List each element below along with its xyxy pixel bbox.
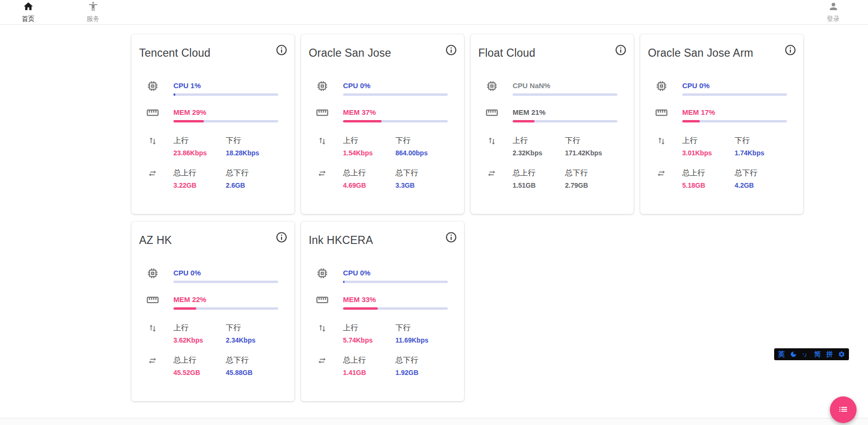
info-icon[interactable] bbox=[615, 44, 627, 56]
cpu-progress-bar bbox=[513, 93, 617, 96]
footer-divider bbox=[0, 418, 868, 425]
total-upload-label: 总上行 bbox=[343, 355, 395, 365]
total-download-label: 总下行 bbox=[226, 168, 278, 178]
upload-value: 5.74Kbps bbox=[343, 336, 395, 344]
server-name: Float Cloud bbox=[478, 47, 615, 60]
upload-label: 上行 bbox=[682, 136, 735, 146]
cpu-usage-label: CPU 0% bbox=[343, 269, 448, 277]
total-download-label: 总下行 bbox=[565, 168, 617, 178]
info-icon[interactable] bbox=[445, 44, 457, 56]
mem-progress-fill bbox=[682, 120, 700, 122]
mem-progress-bar bbox=[173, 307, 278, 310]
up-down-arrows-icon bbox=[301, 323, 343, 334]
cpu-icon bbox=[301, 267, 343, 280]
ime-simplified-toggle[interactable]: 简 bbox=[814, 348, 821, 360]
download-value: 171.42Kbps bbox=[565, 149, 617, 157]
download-value: 1.74Kbps bbox=[735, 149, 787, 157]
mem-progress-bar bbox=[343, 120, 448, 122]
total-upload-value: 3.22GB bbox=[173, 182, 226, 189]
nav-item-label: 服务 bbox=[87, 15, 100, 23]
cpu-progress-fill bbox=[173, 93, 175, 96]
server-card: Float Cloud CPU NaN% MEM 21 bbox=[471, 34, 634, 214]
total-upload-label: 总上行 bbox=[173, 168, 226, 178]
server-name: Oracle San Jose bbox=[309, 47, 445, 60]
total-download-label: 总下行 bbox=[395, 355, 448, 365]
mem-progress-fill bbox=[513, 120, 535, 122]
total-download-value: 45.88GB bbox=[226, 369, 278, 376]
mem-usage-label: MEM 33% bbox=[343, 295, 448, 304]
upload-value: 3.62Kbps bbox=[173, 336, 226, 344]
mem-usage-label: MEM 21% bbox=[513, 108, 617, 116]
download-value: 864.00bps bbox=[395, 149, 448, 157]
mem-progress-bar bbox=[173, 120, 278, 122]
server-name: AZ HK bbox=[139, 234, 275, 247]
total-upload-value: 1.51GB bbox=[513, 182, 565, 189]
total-upload-value: 45.52GB bbox=[173, 369, 226, 376]
nav-item-home[interactable]: 首页 bbox=[16, 1, 40, 23]
server-name: Tencent Cloud bbox=[139, 47, 275, 60]
ime-punctuation-toggle[interactable]: ·」 bbox=[802, 348, 809, 360]
cpu-progress-bar bbox=[343, 93, 448, 96]
server-card: AZ HK CPU 0% MEM 22% bbox=[131, 222, 294, 401]
mem-progress-fill bbox=[173, 120, 204, 122]
total-download-label: 总下行 bbox=[226, 355, 278, 365]
server-card: Oracle San Jose Arm CPU 0% bbox=[640, 34, 803, 214]
up-down-arrows-icon bbox=[471, 136, 513, 146]
upload-value: 1.54Kbps bbox=[343, 149, 395, 157]
ime-pinyin-toggle[interactable]: 拼 bbox=[826, 348, 833, 360]
upload-label: 上行 bbox=[513, 136, 565, 146]
download-value: 2.34Kbps bbox=[226, 336, 278, 344]
home-icon bbox=[23, 1, 34, 14]
memory-ruler-icon bbox=[131, 293, 173, 306]
person-icon bbox=[828, 1, 839, 14]
server-card: Tencent Cloud CPU 1% MEM 29 bbox=[131, 34, 294, 214]
swap-horizontal-icon bbox=[301, 355, 343, 366]
ime-toolbar: 英 ·」 简 拼 bbox=[774, 348, 849, 360]
list-icon bbox=[838, 404, 849, 416]
cpu-progress-bar bbox=[173, 93, 278, 96]
cpu-icon bbox=[301, 80, 343, 92]
info-icon[interactable] bbox=[784, 44, 797, 56]
nav-item-label: 登录 bbox=[827, 15, 840, 23]
total-download-value: 4.2GB bbox=[735, 182, 787, 189]
info-icon[interactable] bbox=[275, 231, 288, 243]
gear-icon[interactable] bbox=[838, 351, 845, 358]
memory-ruler-icon bbox=[301, 293, 343, 306]
mem-usage-label: MEM 22% bbox=[173, 295, 278, 304]
download-label: 下行 bbox=[735, 136, 787, 146]
upload-value: 2.32Kbps bbox=[513, 149, 565, 157]
ime-language-toggle[interactable]: 英 bbox=[778, 348, 785, 360]
total-download-value: 3.3GB bbox=[395, 182, 448, 189]
nav-item-services[interactable]: 服务 bbox=[81, 1, 105, 23]
download-label: 下行 bbox=[226, 323, 278, 333]
up-down-arrows-icon bbox=[131, 136, 173, 146]
memory-ruler-icon bbox=[301, 106, 343, 119]
nav-item-login[interactable]: 登录 bbox=[821, 1, 845, 23]
server-name: Ink HKCERA bbox=[309, 234, 445, 247]
cpu-progress-bar bbox=[343, 281, 448, 283]
mem-usage-label: MEM 29% bbox=[173, 108, 278, 116]
cpu-usage-label: CPU 0% bbox=[173, 269, 278, 277]
mem-progress-bar bbox=[682, 120, 787, 122]
cpu-progress-bar bbox=[173, 281, 278, 283]
server-list-fab[interactable] bbox=[830, 396, 857, 423]
cpu-icon bbox=[131, 80, 173, 92]
info-icon[interactable] bbox=[445, 231, 457, 243]
swap-horizontal-icon bbox=[471, 168, 513, 179]
mem-progress-bar bbox=[513, 120, 617, 122]
mem-usage-label: MEM 17% bbox=[682, 108, 787, 116]
download-label: 下行 bbox=[395, 136, 448, 146]
up-down-arrows-icon bbox=[301, 136, 343, 146]
upload-label: 上行 bbox=[343, 323, 395, 333]
nav-item-label: 首页 bbox=[22, 15, 35, 23]
moon-icon[interactable] bbox=[790, 351, 797, 358]
server-cards-grid: Tencent Cloud CPU 1% MEM 29 bbox=[131, 34, 737, 401]
up-down-arrows-icon bbox=[131, 323, 173, 334]
cpu-usage-label: CPU 0% bbox=[682, 81, 787, 90]
total-upload-label: 总上行 bbox=[682, 168, 735, 178]
mem-usage-label: MEM 37% bbox=[343, 108, 448, 116]
total-upload-value: 4.69GB bbox=[343, 182, 395, 189]
info-icon[interactable] bbox=[275, 44, 288, 56]
download-label: 下行 bbox=[395, 323, 448, 333]
upload-value: 23.86Kbps bbox=[173, 149, 226, 157]
